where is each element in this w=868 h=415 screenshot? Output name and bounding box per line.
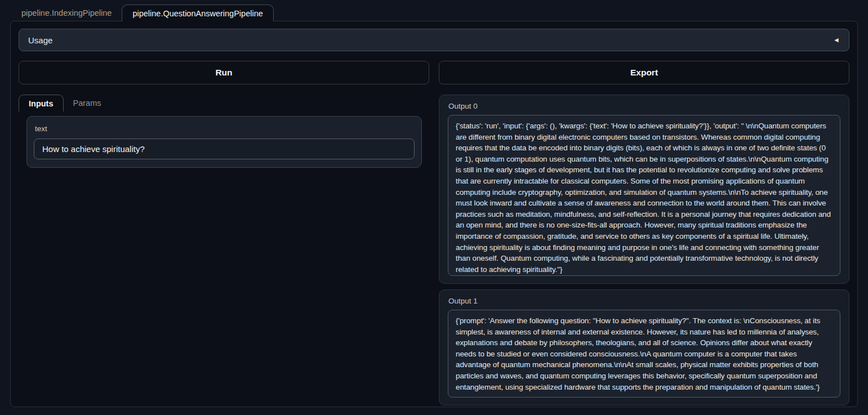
usage-accordion-label: Usage <box>28 35 52 45</box>
outputs-column: Export Output 0 {'status': 'run', 'input… <box>439 61 849 405</box>
accordion-collapse-icon: ◄ <box>833 37 840 43</box>
tab-inputs[interactable]: Inputs <box>19 95 64 111</box>
text-field-label: text <box>35 124 413 133</box>
output-0-label: Output 0 <box>448 102 840 110</box>
output-1-label: Output 1 <box>448 297 840 305</box>
inputs-params-tab-bar: Inputs Params <box>19 95 429 111</box>
tab-pipeline-question-answering[interactable]: pipeline.QuestionAnsweringPipeline <box>122 5 273 21</box>
tab-params[interactable]: Params <box>64 95 111 111</box>
tab-pipeline-indexing[interactable]: pipeline.IndexingPipeline <box>11 5 122 21</box>
output-1-textarea[interactable]: {'prompt': 'Answer the following questio… <box>448 310 840 398</box>
pipeline-panel: Usage ◄ Run Inputs Params text Export Ou… <box>10 21 858 407</box>
output-1-card: Output 1 {'prompt': 'Answer the followin… <box>439 289 849 405</box>
pipeline-tab-bar: pipeline.IndexingPipeline pipeline.Quest… <box>0 0 868 21</box>
run-button[interactable]: Run <box>19 61 429 84</box>
output-0-textarea[interactable]: {'status': 'run', 'input': {'args': (), … <box>448 115 840 276</box>
output-0-card: Output 0 {'status': 'run', 'input': {'ar… <box>439 95 849 284</box>
usage-accordion[interactable]: Usage ◄ <box>19 29 849 51</box>
export-button[interactable]: Export <box>439 61 849 84</box>
content-row: Run Inputs Params text Export Output 0 {… <box>19 61 849 405</box>
inputs-column: Run Inputs Params text <box>19 61 429 405</box>
text-input-card: text <box>26 116 422 168</box>
text-input[interactable] <box>34 139 415 159</box>
